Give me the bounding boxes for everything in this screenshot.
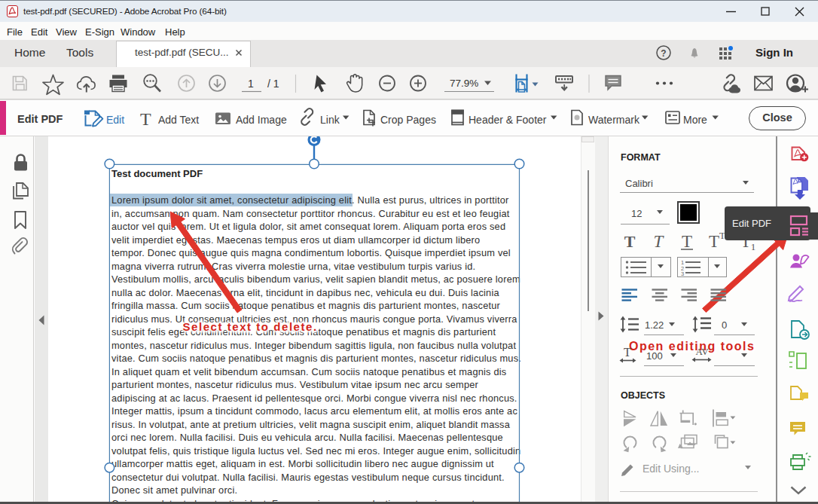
- svg-text:T: T: [709, 232, 719, 251]
- svg-text:1: 1: [751, 241, 756, 252]
- svg-text:T: T: [624, 346, 631, 359]
- svg-text:AV: AV: [695, 346, 709, 357]
- svg-text:Select text to delete.: Select text to delete.: [183, 320, 318, 333]
- svg-text:T: T: [682, 232, 692, 251]
- svg-text:T: T: [654, 232, 665, 251]
- svg-text:T: T: [624, 232, 636, 251]
